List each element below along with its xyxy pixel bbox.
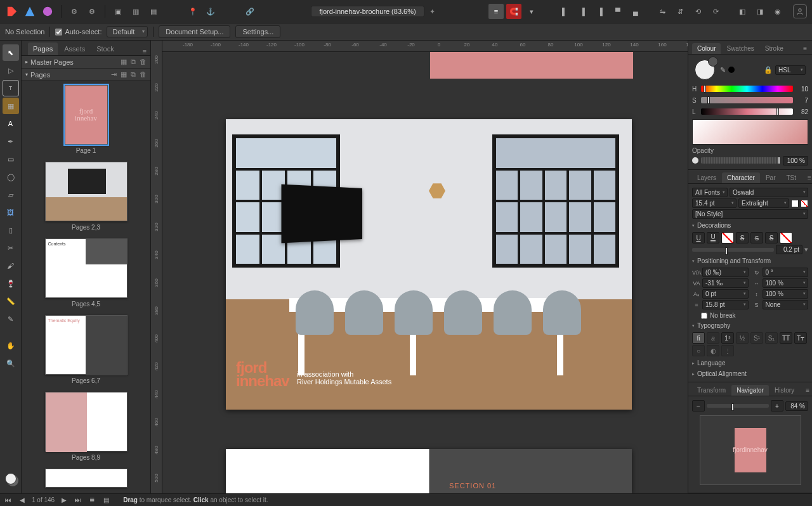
opacity-slider[interactable] [701,157,780,164]
dbl-strike-btn[interactable]: S̶ [750,232,763,243]
baseline-grid-icon[interactable]: ≡ [488,4,504,19]
zoom-slider[interactable] [707,404,769,408]
strike-btn[interactable]: S [736,232,749,243]
account-icon[interactable] [793,4,807,18]
place-image-tool[interactable]: 🖼 [3,204,19,221]
tab-pages[interactable]: Pages [28,42,58,55]
font-size-field[interactable]: 15.4 pt [692,198,737,208]
node-tool[interactable]: ▷ [3,62,19,79]
transparency-tool[interactable]: 🍷 [3,275,19,292]
preflight-icon[interactable]: ≣ [88,496,96,505]
canvas[interactable]: 2002202402602803003203403603804004204404… [151,41,688,493]
rotate-ccw-icon[interactable]: ⟲ [690,4,705,19]
first-page-icon[interactable]: ⏮ [4,496,13,505]
pin-icon[interactable]: 📍 [185,4,200,19]
page-thumb[interactable]: Contents Pages 4,5 [22,238,150,308]
page-thumb[interactable] [22,469,150,488]
settings-button[interactable]: Settings... [235,25,280,38]
view-mode-2-icon[interactable]: ▥ [128,4,143,19]
align-top-icon[interactable]: ▀ [610,4,625,19]
shear-field[interactable]: None [763,300,809,309]
tracking-field[interactable]: (0 ‰) [702,268,749,277]
photo-app-icon[interactable] [41,4,55,18]
align-center-icon[interactable]: ▐ [575,4,590,19]
panel-menu-icon[interactable]: ≡ [801,385,812,396]
underline-color-btn[interactable] [721,232,734,243]
align-left-icon[interactable]: ▌ [557,4,572,19]
pages-header[interactable]: ▾Pages ⇥ ▦ ⧉ 🗑 [22,68,150,81]
hue-slider[interactable] [701,86,793,92]
duplicate-page-icon[interactable]: ⧉ [131,70,136,79]
zoom-out-btn[interactable]: − [692,400,705,412]
flip-v-icon[interactable]: ⇵ [672,4,688,19]
tab-assets[interactable]: Assets [59,42,90,55]
view-mode-1-icon[interactable]: ▣ [110,4,126,19]
snapping-icon[interactable]: 🧲 [506,4,521,19]
tab-text-styles[interactable]: TSt [781,172,801,183]
decoration-weight-field[interactable]: 0.2 pt [776,245,802,254]
ungroup-icon[interactable]: ◨ [752,4,768,19]
zoom-field[interactable]: 84 % [785,401,808,411]
snapping-options-icon[interactable]: ▾ [524,4,539,19]
font-family-dropdown[interactable]: Oswald [730,188,808,197]
document-dirty-star-icon[interactable]: ✦ [429,8,435,16]
rotate-cw-icon[interactable]: ⟳ [708,4,723,19]
fill-stroke-swatch[interactable] [5,473,16,484]
tab-swatches[interactable]: Swatches [721,43,759,54]
ligatures-btn[interactable]: fi [692,332,705,344]
scalex-field[interactable]: 100 % [763,278,809,288]
anchor-icon[interactable]: ⚓ [203,4,218,19]
move-tool[interactable]: ⬉ [3,44,19,61]
next-page-icon[interactable]: ▶ [60,496,69,505]
text-frame-tool[interactable]: T [3,80,19,96]
underline-btn[interactable]: U [692,232,705,243]
panel-menu-icon[interactable]: ≡ [798,43,812,54]
sub-btn[interactable]: S₁ [765,332,778,344]
colour-preview[interactable] [692,119,808,145]
page-thumb[interactable]: Pages 2,3 [22,162,150,231]
opacity-value[interactable]: 100 % [783,156,808,165]
italic-alt-btn[interactable]: a [707,332,719,344]
strike-color-btn[interactable] [780,232,792,243]
publisher-app-icon[interactable] [5,4,19,18]
fractions-btn[interactable]: ½ [736,332,749,344]
decorations-header[interactable]: Decorations [692,220,808,231]
scaley-field[interactable]: 100 % [763,289,809,299]
ellipse-tool[interactable]: ◯ [3,169,19,185]
leading-field[interactable]: 15.8 pt [702,300,749,309]
font-group-dropdown[interactable]: All Fonts [692,188,728,197]
no-break-checkbox[interactable]: No break [692,311,808,320]
document-title[interactable]: fjord-innehav-brochure (83.6%) [311,6,424,17]
vertical-ruler[interactable]: 2002202402602803003203403603804004204404… [151,41,162,493]
tab-navigator[interactable]: Navigator [731,385,769,396]
optical-alignment-header[interactable]: Optical Alignment [692,368,808,379]
document-setup-button[interactable]: Document Setup... [159,25,230,38]
zoom-tool[interactable]: 🔍 [3,355,19,372]
language-header[interactable]: Language [692,358,808,368]
stepper-icon[interactable]: ▾ [804,245,808,254]
text-style-dropdown[interactable]: [No Style] [692,209,808,219]
super-btn[interactable]: S¹ [750,332,763,344]
pen-tool[interactable]: ✒ [3,133,19,150]
sat-slider[interactable] [701,97,793,103]
zoom-in-btn[interactable]: + [771,400,783,412]
preflight2-icon[interactable]: ▤ [102,496,110,505]
fill-stroke-swatch[interactable] [695,60,715,80]
panel-menu-icon[interactable]: ≡ [802,172,812,183]
duplicate-master-icon[interactable]: ⧉ [131,58,136,66]
align-right-icon[interactable]: ▐ [593,4,608,19]
pan-tool[interactable]: ✋ [3,337,19,354]
add-page-icon[interactable]: ▦ [121,70,127,79]
preferences-icon[interactable]: ⚙ [67,4,82,19]
spread-4-5[interactable]: SECTION 01 [226,449,632,493]
kerning-field[interactable]: -31 ‰ [702,278,749,288]
strike2-btn[interactable]: S [765,232,778,243]
navigator-preview[interactable]: fjordinnehav [700,415,801,485]
rectangle-tool[interactable]: ▭ [3,151,19,167]
vector-crop-tool[interactable]: ▯ [3,222,19,238]
link-icon[interactable]: 🔗 [242,4,258,19]
lock-icon[interactable]: 🔒 [764,66,773,74]
smallcaps-btn[interactable]: Tᴛ [794,332,807,344]
page-thumb[interactable]: fjordinnehav Page 1 [22,85,150,154]
tab-history[interactable]: History [769,385,799,396]
